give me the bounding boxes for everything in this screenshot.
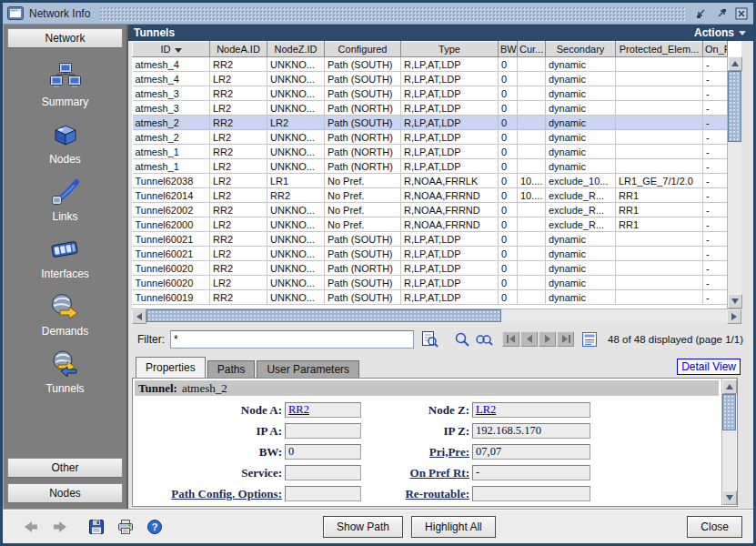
horizontal-scrollbar-thumb[interactable] [146,309,501,322]
property-value-link[interactable]: RR2 [288,403,309,416]
tab-paths[interactable]: Paths [207,360,256,378]
actions-menu[interactable]: Actions [694,26,746,39]
minimize-button[interactable] [694,6,709,21]
property-value-link[interactable]: LR2 [476,403,496,416]
table-row[interactable]: atmesh_2LR2UNKNO...Path (NORTH)R,LP,AT,L… [133,130,728,145]
table-row[interactable]: atmesh_1RR2UNKNO...Path (NORTH)R,LP,AT,L… [133,145,728,159]
detail-view-button[interactable]: Detail View [677,359,741,375]
column-header[interactable]: Cur... [518,42,546,57]
properties-header-label: Tunnel: [138,381,177,396]
last-page-button[interactable] [557,331,574,347]
show-path-button[interactable]: Show Path [323,516,403,538]
table-vertical-scrollbar[interactable] [727,56,741,308]
sidebar-item-summary[interactable]: Summary [42,61,88,108]
search-document-icon[interactable] [420,330,438,349]
zoom-overview-icon[interactable] [475,331,493,348]
property-label[interactable]: Pri,Pre: [364,445,469,460]
property-value: RR2 [285,402,361,418]
previous-page-button[interactable] [520,331,538,347]
scroll-right-button[interactable] [727,309,741,324]
table-cell: 0 [499,188,518,203]
highlight-all-button[interactable]: Highlight All [411,516,496,538]
table-row[interactable]: Tunnel62014LR2RR2No Pref.R,NOAA,FRRND010… [133,188,728,203]
forward-icon[interactable] [52,519,68,535]
sidebar-item-demands[interactable]: Demands [42,290,88,338]
column-header[interactable]: ID [133,42,210,57]
table-cell: dynamic [546,116,616,130]
close-button[interactable]: Close [687,516,742,538]
tunnels-table: IDNodeA.IDNodeZ.IDConfiguredTypeBWCur...… [132,41,728,305]
column-header[interactable]: Protected_Elem... [616,42,703,57]
table-row[interactable]: Tunnel62038LR2LR1No Pref.R,NOAA,FRRLK010… [133,174,728,188]
tunnels-table-area: IDNodeA.IDNodeZ.IDConfiguredTypeBWCur...… [132,41,741,308]
sidebar-item-links[interactable]: Links [49,176,82,223]
other-section-button[interactable]: Other [7,458,123,478]
column-header[interactable]: Secondary [546,42,616,57]
property-value: 0 [285,444,361,460]
property-label[interactable]: On Pref Rt: [364,466,469,480]
scroll-left-button[interactable] [132,309,146,324]
help-icon[interactable]: ? [146,519,163,535]
table-row[interactable]: Tunnel62000LR2UNKNO...No Pref.R,NOAA,FRR… [133,217,728,232]
sidebar-item-label: Summary [42,96,88,108]
minimize-icon [695,7,708,20]
column-header[interactable]: Type [401,42,499,57]
scroll-down-button[interactable] [728,294,742,308]
properties-scrollbar[interactable] [721,379,736,505]
nodes-section-button[interactable]: Nodes [7,483,123,503]
table-row[interactable]: Tunnel60020LR2UNKNO...Path (SOUTH)R,LP,A… [133,276,728,290]
properties-scroll-track[interactable] [722,394,736,490]
vertical-scrollbar-thumb[interactable] [728,71,741,142]
table-row[interactable]: Tunnel60019RR2UNKNO...Path (SOUTH)R,LP,A… [133,290,728,305]
table-row[interactable]: Tunnel60021RR2UNKNO...Path (SOUTH)R,LP,A… [133,232,728,247]
tab-properties[interactable]: Properties [136,357,206,378]
table-row[interactable]: Tunnel60021LR2UNKNO...Path (SOUTH)R,LP,A… [133,247,728,261]
save-icon[interactable] [88,519,105,535]
table-row[interactable]: atmesh_2RR2LR2Path (SOUTH)R,LP,AT,LDP0dy… [133,116,728,130]
horizontal-scroll-track[interactable] [146,309,727,323]
network-section-button[interactable]: Network [7,28,123,48]
report-icon[interactable] [582,332,597,347]
print-icon[interactable] [117,519,134,535]
table-header-row: IDNodeA.IDNodeZ.IDConfiguredTypeBWCur...… [133,42,728,57]
sidebar-item-label: Links [52,210,77,223]
vertical-scroll-track[interactable] [728,71,741,294]
table-row[interactable]: atmesh_1LR2UNKNO...Path (NORTH)R,LP,AT,L… [133,159,728,174]
table-cell: Path (SOUTH) [325,72,401,86]
table-cell: atmesh_3 [133,101,210,116]
table-horizontal-scrollbar[interactable] [132,308,741,323]
properties-scroll-up-button[interactable] [722,379,737,394]
table-row[interactable]: Tunnel62002RR2UNKNO...No Pref.R,NOAA,FRR… [133,203,728,217]
scroll-up-button[interactable] [728,56,742,71]
maximize-button[interactable] [714,6,729,21]
table-row[interactable]: atmesh_3LR2UNKNO...Path (NORTH)R,LP,AT,L… [133,101,728,116]
table-row[interactable]: Tunnel60020RR2UNKNO...Path (NORTH)R,LP,A… [133,261,728,276]
column-header[interactable]: NodeZ.ID [267,42,325,57]
close-button-titlebar[interactable] [734,6,749,21]
table-row[interactable]: atmesh_3RR2UNKNO...Path (SOUTH)R,LP,AT,L… [133,86,728,101]
column-header[interactable]: NodeA.ID [210,42,267,57]
column-header[interactable]: On_Pri [703,42,728,57]
window-titlebar[interactable]: Network Info [3,3,753,25]
back-icon[interactable] [23,519,39,535]
table-cell: LR2 [210,174,267,188]
column-header[interactable]: Configured [325,42,401,57]
sidebar-item-tunnels[interactable]: Tunnels [45,348,84,395]
demands-icon [48,290,81,323]
table-row[interactable]: atmesh_4RR2UNKNO...Path (SOUTH)R,LP,AT,L… [133,57,728,72]
property-label[interactable]: Re-routable: [364,487,469,501]
table-cell: Tunnel60021 [133,247,210,261]
next-page-button[interactable] [539,331,556,347]
zoom-in-icon[interactable] [454,331,470,348]
sidebar-item-label: Demands [42,325,88,338]
sidebar-item-interfaces[interactable]: Interfaces [41,233,89,280]
table-row[interactable]: atmesh_4LR2UNKNO...Path (SOUTH)R,LP,AT,L… [133,72,728,86]
properties-scrollbar-thumb[interactable] [722,394,736,430]
filter-input[interactable] [170,330,414,349]
column-header[interactable]: BW [499,42,518,57]
sidebar-item-nodes[interactable]: Nodes [49,118,82,166]
first-page-button[interactable] [502,331,519,347]
property-label[interactable]: Path Config. Options: [135,487,282,501]
properties-scroll-down-button[interactable] [722,490,737,505]
tab-user-parameters[interactable]: User Parameters [257,360,359,378]
